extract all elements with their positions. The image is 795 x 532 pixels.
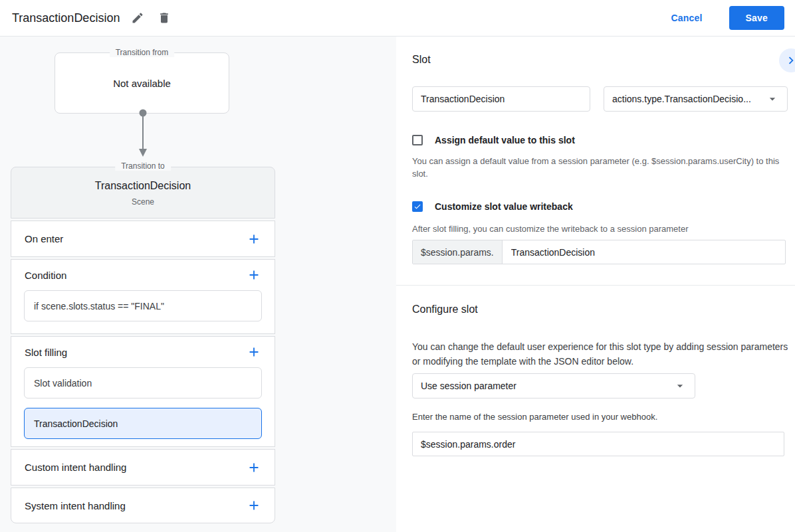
plus-icon bbox=[247, 232, 261, 246]
session-param-input[interactable] bbox=[412, 432, 784, 456]
cancel-button[interactable]: Cancel bbox=[667, 12, 706, 24]
transition-from-content: Not available bbox=[55, 53, 229, 113]
slot-config-value: Use session parameter bbox=[421, 381, 516, 391]
add-on-enter-button[interactable] bbox=[247, 232, 261, 246]
transition-from-label: Transition from bbox=[110, 48, 175, 57]
slot-item-label: Slot validation bbox=[34, 378, 92, 389]
add-slot-button[interactable] bbox=[247, 345, 261, 359]
condition-section: Condition if scene.slots.status == "FINA… bbox=[11, 259, 275, 334]
writeback-label: Customize slot value writeback bbox=[435, 201, 573, 212]
configure-slot-description: You can change the default user experien… bbox=[412, 339, 790, 369]
slot-filling-label: Slot filling bbox=[25, 347, 67, 358]
slot-editor-panel: Slot actions.type.TransactionDecisio... … bbox=[396, 37, 795, 532]
plus-icon bbox=[247, 498, 261, 513]
writeback-field: $session.params. bbox=[412, 240, 786, 264]
on-enter-label: On enter bbox=[25, 233, 63, 244]
delete-scene-button[interactable] bbox=[154, 8, 174, 28]
slot-type-value: actions.type.TransactionDecisio... bbox=[612, 94, 751, 104]
scene-card[interactable]: TransactionDecision Scene bbox=[11, 167, 275, 219]
slot-filling-header-row: Slot filling bbox=[11, 337, 275, 367]
app-root: TransactionDecision Cancel Save Transiti… bbox=[0, 0, 795, 532]
panel-divider bbox=[396, 285, 795, 286]
assign-default-label: Assign default value to this slot bbox=[435, 135, 575, 145]
session-param-label: Enter the name of the session parameter … bbox=[412, 412, 657, 422]
main-area: Transition from Not available Transition… bbox=[0, 37, 795, 532]
assign-default-row: Assign default value to this slot bbox=[412, 135, 575, 145]
save-button[interactable]: Save bbox=[729, 6, 785, 30]
plus-icon bbox=[247, 460, 261, 475]
plus-icon bbox=[247, 268, 261, 282]
plus-icon bbox=[247, 345, 261, 359]
pencil-icon bbox=[131, 11, 144, 25]
add-system-intent-button[interactable] bbox=[247, 498, 261, 513]
transition-arrow bbox=[135, 108, 151, 160]
add-custom-intent-button[interactable] bbox=[247, 460, 261, 475]
chevron-right-icon bbox=[784, 53, 795, 68]
custom-intent-label: Custom intent handling bbox=[25, 462, 126, 473]
custom-intent-section: Custom intent handling bbox=[11, 449, 275, 486]
writeback-row: Customize slot value writeback bbox=[412, 201, 573, 212]
condition-item[interactable]: if scene.slots.status == "FINAL" bbox=[24, 290, 262, 321]
dropdown-arrow-icon bbox=[673, 379, 687, 393]
slot-config-select[interactable]: Use session parameter bbox=[412, 373, 695, 399]
transition-to-group: Transition to TransactionDecision Scene … bbox=[11, 167, 275, 523]
slot-item-label: TransactionDecision bbox=[34, 418, 118, 429]
check-icon bbox=[413, 202, 421, 211]
condition-header-row: Condition bbox=[11, 260, 275, 290]
condition-label: Condition bbox=[25, 270, 66, 281]
writeback-checkbox[interactable] bbox=[412, 201, 423, 212]
configure-slot-title: Configure slot bbox=[412, 304, 478, 315]
condition-item-label: if scene.slots.status == "FINAL" bbox=[34, 301, 164, 311]
system-intent-label: System intent handling bbox=[25, 500, 126, 511]
add-condition-button[interactable] bbox=[247, 268, 261, 282]
assign-default-helper: You can assign a default value from a se… bbox=[412, 155, 790, 180]
writeback-helper: After slot filling, you can customize th… bbox=[412, 222, 790, 235]
slot-item-validation[interactable]: Slot validation bbox=[24, 367, 262, 399]
slot-type-select[interactable]: actions.type.TransactionDecisio... bbox=[604, 86, 788, 112]
slot-filling-section: Slot filling Slot validation Transaction… bbox=[11, 336, 275, 447]
assign-default-checkbox[interactable] bbox=[412, 135, 423, 145]
system-intent-section: System intent handling bbox=[11, 488, 275, 523]
dropdown-arrow-icon bbox=[766, 92, 779, 106]
page-title: TransactionDecision bbox=[12, 11, 120, 25]
trash-icon bbox=[158, 11, 171, 25]
slot-name-input[interactable] bbox=[412, 86, 590, 112]
collapse-panel-button[interactable] bbox=[779, 48, 795, 72]
slot-item-transaction-decision[interactable]: TransactionDecision bbox=[24, 408, 262, 439]
edit-scene-button[interactable] bbox=[128, 8, 148, 28]
writeback-prefix: $session.params. bbox=[413, 240, 503, 264]
writeback-param-input[interactable] bbox=[503, 240, 785, 264]
topbar: TransactionDecision Cancel Save bbox=[0, 0, 795, 37]
transition-from-box: Transition from Not available bbox=[55, 52, 229, 114]
scene-diagram-canvas: Transition from Not available Transition… bbox=[0, 37, 396, 532]
scene-card-title: TransactionDecision bbox=[11, 180, 275, 192]
transition-to-label: Transition to bbox=[115, 161, 171, 171]
on-enter-section: On enter bbox=[11, 221, 275, 257]
scene-card-subtitle: Scene bbox=[11, 197, 275, 207]
slot-panel-title: Slot bbox=[412, 54, 431, 66]
